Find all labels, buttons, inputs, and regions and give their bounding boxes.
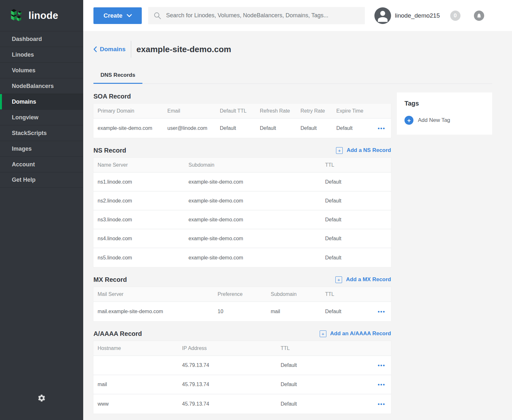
- table-row: example-site-demo.com user@linode.com De…: [93, 119, 391, 138]
- mx-table-header: Mail Server Preference Subdomain TTL: [93, 287, 391, 302]
- search-bar: [148, 7, 365, 24]
- sidebar-item-images[interactable]: Images: [0, 141, 83, 156]
- plus-square-icon: +: [335, 276, 342, 283]
- ns-table-header: Name Server Subdomain TTL: [93, 158, 391, 173]
- sidebar-item-label: Linodes: [12, 52, 34, 58]
- linode-logo-text: linode: [28, 10, 58, 21]
- table-cell: mail: [267, 309, 321, 314]
- sidebar-item-label: Domains: [12, 99, 36, 105]
- create-button[interactable]: Create: [93, 7, 142, 24]
- table-cell: Default: [332, 125, 364, 131]
- table-row: mail.example-site-demo.com 10 mail Defau…: [93, 302, 391, 321]
- table-cell: example-site-demo.com: [93, 125, 163, 131]
- linode-logo[interactable]: linode: [0, 0, 83, 31]
- avatar: [374, 7, 391, 24]
- breadcrumb-back-link[interactable]: Domains: [93, 46, 125, 53]
- table-cell: Default: [321, 198, 391, 204]
- row-actions-button[interactable]: [377, 382, 385, 387]
- column-header: Name Server: [93, 162, 184, 168]
- column-header: TTL: [321, 162, 391, 168]
- table-cell: Default: [321, 179, 391, 185]
- table-cell: Default: [216, 125, 256, 131]
- sidebar-item-label: Images: [12, 146, 32, 152]
- table-cell: Default: [321, 255, 391, 261]
- row-actions-button[interactable]: [377, 402, 385, 407]
- sidebar-item-label: NodeBalancers: [12, 83, 54, 90]
- breadcrumb-back-label: Domains: [100, 46, 125, 53]
- table-cell: Default: [296, 125, 332, 131]
- column-header: Email: [163, 108, 216, 114]
- sidebar-item-linodes[interactable]: Linodes: [0, 47, 83, 62]
- table-row: ns1.linode.com example-site-demo.com Def…: [93, 173, 391, 192]
- sidebar-item-volumes[interactable]: Volumes: [0, 62, 83, 78]
- table-row: ns5.linode.com example-site-demo.com Def…: [93, 248, 391, 267]
- sidebar: linode Dashboard Linodes Volumes NodeBal…: [0, 0, 83, 420]
- chevron-down-icon: [127, 14, 132, 17]
- table-cell: example-site-demo.com: [184, 217, 321, 223]
- tab-bar: DNS Records: [93, 69, 492, 84]
- table-cell: user@linode.com: [163, 125, 216, 131]
- sidebar-item-get-help[interactable]: Get Help: [0, 172, 83, 188]
- bell-icon: [476, 13, 482, 19]
- notifications-button[interactable]: [474, 11, 484, 21]
- user-menu[interactable]: linode_demo215: [374, 7, 440, 24]
- breadcrumb: Domains example-site-demo.com: [93, 41, 512, 58]
- sidebar-item-account[interactable]: Account: [0, 156, 83, 172]
- column-header: Retry Rate: [296, 108, 332, 114]
- settings-gear-button[interactable]: [36, 392, 47, 405]
- ns-section-title: NS Record: [93, 147, 126, 154]
- sidebar-item-nodebalancers[interactable]: NodeBalancers: [0, 78, 83, 94]
- column-header: Primary Domain: [93, 108, 163, 114]
- table-cell: example-site-demo.com: [184, 255, 321, 261]
- table-row: ns4.linode.com example-site-demo.com Def…: [93, 229, 391, 248]
- add-new-tag-button[interactable]: + Add New Tag: [404, 116, 450, 125]
- search-input[interactable]: [165, 12, 360, 19]
- sidebar-item-domains[interactable]: Domains: [0, 94, 83, 109]
- sidebar-item-label: Longview: [12, 114, 38, 121]
- sidebar-item-label: Volumes: [12, 67, 36, 74]
- soa-record-section: SOA Record Primary Domain Email Default …: [93, 92, 391, 138]
- column-header: TTL: [321, 291, 364, 297]
- sidebar-item-dashboard[interactable]: Dashboard: [0, 31, 83, 47]
- table-cell: Default: [321, 217, 391, 223]
- soa-table: Primary Domain Email Default TTL Refresh…: [93, 104, 391, 138]
- page-title: example-site-demo.com: [136, 44, 231, 54]
- mx-record-section: MX Record + Add a MX Record Mail Server …: [93, 276, 391, 321]
- soa-table-header: Primary Domain Email Default TTL Refresh…: [93, 104, 391, 119]
- notification-count-badge: 0: [450, 11, 460, 21]
- user-icon: [374, 7, 391, 24]
- table-cell: example-site-demo.com: [184, 236, 321, 242]
- row-actions-button[interactable]: [377, 363, 385, 368]
- topbar: Create linode_demo215 0: [83, 0, 512, 31]
- table-row: ns2.linode.com example-site-demo.com Def…: [93, 192, 391, 210]
- table-cell: Default: [256, 125, 296, 131]
- active-indicator: [0, 94, 2, 109]
- a-section-title: A/AAAA Record: [93, 330, 142, 337]
- add-mx-record-button[interactable]: + Add a MX Record: [335, 276, 391, 283]
- a-table-header: Hostname IP Address TTL: [93, 341, 391, 356]
- table-cell: 45.79.13.74: [178, 401, 276, 407]
- table-cell: www: [93, 401, 178, 407]
- mx-section-title: MX Record: [93, 276, 127, 283]
- mx-table: Mail Server Preference Subdomain TTL mai…: [93, 287, 391, 321]
- row-actions-button[interactable]: [377, 309, 385, 314]
- gear-icon: [37, 394, 46, 402]
- add-a-record-button[interactable]: + Add an A/AAAA Record: [320, 330, 391, 337]
- sidebar-item-stackscripts[interactable]: StackScripts: [0, 125, 83, 141]
- sidebar-item-label: StackScripts: [12, 130, 47, 137]
- sidebar-nav: Dashboard Linodes Volumes NodeBalancers …: [0, 31, 83, 188]
- add-ns-record-label: Add a NS Record: [347, 147, 391, 154]
- breadcrumb-divider: [131, 41, 131, 58]
- row-actions-button[interactable]: [377, 126, 385, 131]
- table-cell: 10: [213, 309, 267, 314]
- search-icon: [153, 12, 162, 20]
- sidebar-item-longview[interactable]: Longview: [0, 109, 83, 125]
- soa-section-title: SOA Record: [93, 93, 131, 100]
- tab-dns-records[interactable]: DNS Records: [93, 69, 142, 84]
- add-ns-record-button[interactable]: + Add a NS Record: [336, 147, 391, 154]
- table-cell: Default: [276, 382, 364, 387]
- column-header: Subdomain: [267, 291, 321, 297]
- sidebar-item-label: Account: [12, 161, 35, 168]
- table-cell: ns3.linode.com: [93, 217, 184, 223]
- column-header: IP Address: [178, 345, 276, 351]
